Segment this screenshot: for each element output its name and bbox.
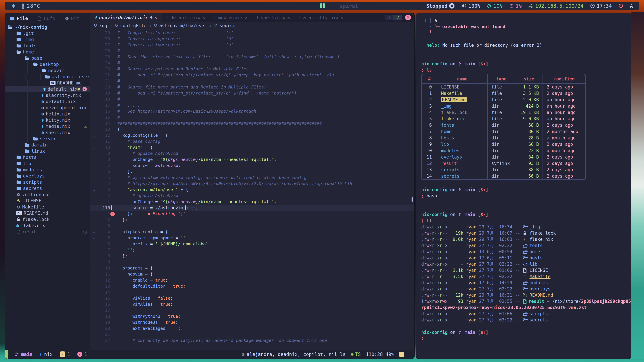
fold-column: [90, 54, 98, 60]
tree-item-neovim[interactable]: neovim: [5, 67, 90, 73]
tab-neovim-default-nix[interactable]: ✻neovim/default.nix×: [90, 13, 162, 22]
fold-chevron-icon[interactable]: ⌄: [90, 126, 98, 132]
tree-item-desktop[interactable]: desktop: [5, 61, 90, 67]
tree-item-overlays[interactable]: overlays: [5, 173, 90, 179]
tree-item-server[interactable]: server: [5, 136, 90, 142]
tree-item-label: scripts: [23, 179, 42, 185]
power-button[interactable]: [618, 3, 624, 8]
tab-alacritty-nix[interactable]: ✻alacritty.nix×: [294, 13, 348, 22]
tree-item--gitignore[interactable]: .gitignore: [5, 191, 90, 198]
tree-item--img[interactable]: _img: [5, 36, 90, 42]
layout-indicator[interactable]: A: [630, 3, 633, 9]
file-name: hosts: [441, 135, 454, 140]
fold-chevron-icon[interactable]: ⌄: [90, 132, 98, 138]
breadcrumb-item[interactable]: configFile: [115, 23, 146, 28]
sidebar-tab-git[interactable]: Git: [64, 16, 80, 21]
tree-item-result[interactable]: result: [5, 229, 90, 235]
tab-close-icon[interactable]: ×: [340, 15, 343, 20]
tree-item-secrets[interactable]: secrets: [5, 185, 90, 191]
fold-chevron-icon[interactable]: ⌄: [90, 265, 98, 271]
perm-char: -: [442, 255, 445, 260]
close-icon[interactable]: ×: [82, 87, 87, 91]
pause-icon[interactable]: [320, 3, 325, 8]
tree-item-modules[interactable]: modules: [5, 167, 90, 173]
tree-item-fonts[interactable]: fonts: [5, 42, 90, 49]
code-line: 1 onChange = "${pkgs.neovim}/bin/nvim --…: [90, 199, 414, 205]
tree-item-kitty-nix[interactable]: ✻kitty.nix: [5, 117, 90, 123]
indent-guide: [19, 80, 25, 86]
tree-item-lib[interactable]: lib: [5, 160, 90, 167]
breadcrumb-item[interactable]: xdg: [94, 23, 107, 28]
fold-chevron-icon[interactable]: ⌄: [90, 144, 98, 150]
tab-media-nix[interactable]: ✻media.nix×: [210, 13, 252, 22]
tree-item-darwin[interactable]: darwin: [5, 142, 90, 148]
tree-item--git[interactable]: .git: [5, 30, 90, 36]
code-editor[interactable]: 29# Toggle text's case: `~`28# Convert t…: [90, 29, 414, 350]
tree-item-default-nix[interactable]: ✻default.nix: [5, 98, 90, 105]
nix-file-icon: ✻: [214, 15, 216, 20]
line-number: 25: [98, 54, 110, 60]
tree-item-helix-nix[interactable]: ✻helix.nix: [5, 111, 90, 117]
network-widget[interactable]: 192.168.5.100/24: [528, 3, 584, 9]
tab-close-icon[interactable]: ×: [287, 15, 290, 20]
picker-2[interactable]: 2: [394, 14, 402, 20]
fold-chevron-icon[interactable]: ⌄: [90, 229, 98, 235]
fold-column: [90, 193, 98, 199]
media-status[interactable]: Stopped: [426, 3, 454, 9]
git-branch-segment[interactable]: main: [15, 352, 32, 357]
modified-count: 1: [68, 352, 70, 357]
tab-close-icon[interactable]: ×: [245, 15, 248, 20]
terminal-line: .rw-r--r-- 12k ryan 29 7月 16:31 -- M↓ RE…: [421, 292, 631, 298]
tree-item-license[interactable]: LICENSE: [5, 198, 90, 204]
fold-chevron-icon[interactable]: ⌄: [90, 271, 98, 277]
cpu-widget[interactable]: 10%: [487, 3, 502, 9]
memory-widget[interactable]: 1%: [509, 3, 522, 9]
tree-item-media-nix[interactable]: ✻media.nix⚠: [5, 123, 90, 129]
nixos-logo-icon[interactable]: ✻: [12, 2, 16, 9]
media-widget[interactable]: spiral: [320, 3, 358, 9]
tab-default-nix[interactable]: ✻default.nix×: [162, 13, 210, 22]
diagnostics-segment[interactable]: × 1: [77, 352, 87, 357]
indent-guide: [27, 136, 33, 142]
tree-item-alacritty-nix[interactable]: ✻alacritty.nix: [5, 92, 90, 98]
tree-item-flake-lock[interactable]: flake.lock: [5, 216, 90, 222]
close-window-button[interactable]: ×: [405, 14, 411, 20]
fold-chevron-icon[interactable]: ⌄: [90, 235, 98, 241]
token: };: [118, 211, 132, 216]
tree-item-development-nix[interactable]: ✻development.nix: [5, 105, 90, 111]
tab-close-icon[interactable]: ×: [202, 15, 205, 20]
tree-item-readme-md[interactable]: M↓README.md: [5, 210, 90, 216]
tree-item-shell-nix[interactable]: ✻shell.nix: [5, 129, 90, 136]
token: pkgs.neovim: [168, 157, 196, 162]
tree-item-linux[interactable]: linux: [5, 148, 90, 154]
tree-item-hosts[interactable]: hosts: [5, 154, 90, 160]
git-changes-segment[interactable]: ✎ 1: [60, 352, 70, 357]
tree-item-flake-nix[interactable]: ✻flake.nix: [5, 222, 90, 229]
tree-item--nix-config[interactable]: ~/nix-config: [5, 24, 90, 30]
fold-chevron-icon[interactable]: ⌄: [90, 187, 98, 193]
tree-item-home[interactable]: home: [5, 49, 90, 55]
tab-shell-nix[interactable]: ✻shell.nix×: [252, 13, 294, 22]
ls-cell: dir: [487, 154, 515, 160]
tree-item-readme-md[interactable]: M↓README.md: [5, 80, 90, 86]
code-text: # update AstroNvim: [115, 193, 178, 199]
tree-item-astronvim-user[interactable]: astronvim_user: [5, 73, 90, 80]
breadcrumb-item[interactable]: source: [214, 23, 235, 28]
ls-cell: scripts: [437, 167, 487, 173]
token: =: [143, 266, 150, 271]
token: withNodeJs: [132, 320, 158, 325]
sidebar-tab-file[interactable]: File: [10, 16, 28, 21]
volume-widget[interactable]: 100%: [461, 3, 480, 9]
breadcrumb-item[interactable]: astronvim/lua/user: [154, 23, 206, 28]
tree-item-default-nix[interactable]: ✻default.nix×: [5, 86, 90, 92]
tree-item-scripts[interactable]: scripts: [5, 179, 90, 185]
sidebar-tab-bufs[interactable]: Bufs: [38, 16, 55, 21]
picker-1[interactable]: 1: [385, 14, 394, 20]
tab-close-icon[interactable]: ×: [154, 15, 157, 20]
neovim-window[interactable]: FileBufsGit ~/nix-config.git_imgfontshom…: [5, 13, 414, 359]
terminal-window[interactable]: 1 │ a · ╰─ executable was not found ╰───…: [416, 13, 631, 359]
tree-item-makefile[interactable]: Makefile: [5, 204, 90, 210]
token: ;: [170, 302, 173, 307]
tree-item-base[interactable]: base: [5, 55, 90, 61]
nix-file-icon: ✻: [166, 15, 168, 20]
